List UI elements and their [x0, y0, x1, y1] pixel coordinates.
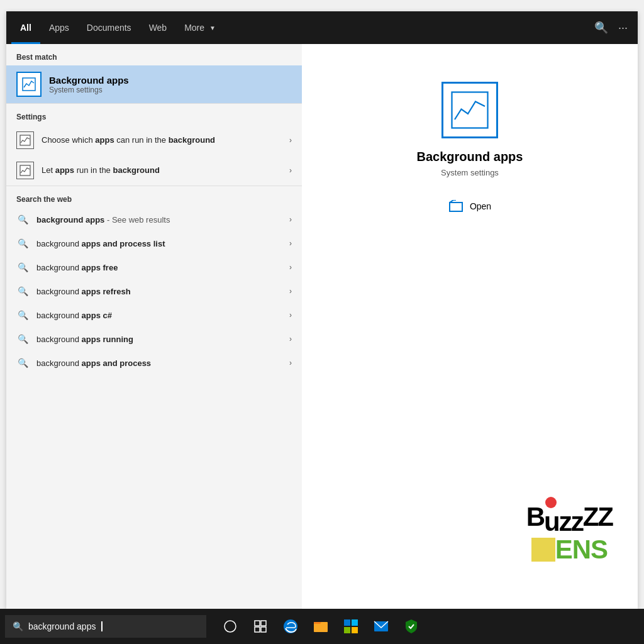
web-search-icon-2: 🔍 — [16, 237, 29, 250]
web-search-icon-5: 🔍 — [16, 309, 29, 321]
taskview-icon[interactable] — [216, 613, 244, 640]
search-person-icon[interactable]: 🔍 — [594, 21, 608, 35]
widgets-svg — [253, 619, 267, 633]
tab-bar: All Apps Documents Web More ▼ 🔍 ··· — [6, 11, 638, 44]
web-search-icon-7: 🔍 — [16, 357, 29, 369]
tab-documents[interactable]: Documents — [78, 11, 140, 44]
lens-label: ENS — [555, 535, 608, 565]
file-explorer-svg — [313, 618, 329, 635]
svg-rect-7 — [261, 621, 266, 626]
web-item-text-5: background apps c# — [36, 311, 282, 320]
buzzlens-yellow-square — [531, 538, 555, 562]
background-apps-large-icon — [451, 91, 489, 129]
web-item-text-6: background apps running — [36, 335, 282, 344]
web-item-text-3: background apps free — [36, 263, 282, 272]
chevron-icon-2: › — [289, 166, 292, 175]
detail-app-icon — [441, 82, 498, 138]
taskbar-search-text: background apps — [28, 621, 96, 631]
buzzlens-logo-bottom: ENS — [531, 535, 608, 565]
settings-item-2[interactable]: Let apps run in the background › — [6, 155, 302, 186]
buzz-uzz: uzz — [544, 507, 583, 537]
open-label: Open — [470, 201, 491, 211]
best-match-label: Best match — [6, 44, 302, 65]
chevron-down-icon: ▼ — [209, 25, 216, 31]
settings-app-icon-1 — [19, 135, 31, 146]
edge-svg — [282, 618, 299, 635]
svg-rect-6 — [255, 621, 260, 626]
taskbar-icons — [216, 613, 425, 640]
chevron-web-5: › — [289, 311, 292, 319]
web-item-6[interactable]: 🔍 background apps running › — [6, 327, 302, 351]
web-item-1[interactable]: 🔍 background apps - See web results › — [6, 208, 302, 231]
tab-more[interactable]: More ▼ — [175, 11, 225, 44]
web-item-3[interactable]: 🔍 background apps free › — [6, 255, 302, 279]
svg-rect-14 — [344, 627, 350, 633]
settings-item-icon-2 — [16, 162, 34, 179]
web-search-icon-6: 🔍 — [16, 333, 29, 345]
svg-point-5 — [225, 621, 236, 632]
buzz-zz: ZZ — [583, 502, 613, 532]
detail-title: Background apps — [417, 150, 523, 164]
settings-item-icon-1 — [16, 131, 34, 149]
web-item-4[interactable]: 🔍 background apps refresh › — [6, 279, 302, 303]
left-panel: Best match Background apps System settin… — [6, 44, 302, 609]
svg-rect-4 — [450, 203, 462, 211]
web-search-icon-4: 🔍 — [16, 285, 29, 297]
tab-web[interactable]: Web — [140, 11, 176, 44]
store-icon[interactable] — [337, 613, 365, 640]
web-item-5[interactable]: 🔍 background apps c# › — [6, 303, 302, 327]
web-item-text-2: background apps and process list — [36, 239, 282, 248]
settings-label: Settings — [6, 104, 302, 125]
right-panel: Background apps System settings Open — [302, 44, 638, 609]
svg-rect-15 — [352, 627, 358, 633]
tab-apps[interactable]: Apps — [40, 11, 78, 44]
more-options-icon[interactable]: ··· — [618, 21, 628, 35]
open-window-icon — [448, 200, 464, 213]
web-search-icon-1: 🔍 — [16, 213, 29, 226]
taskbar-search[interactable]: 🔍 background apps — [5, 615, 206, 638]
edge-icon[interactable] — [277, 613, 304, 640]
chevron-web-6: › — [289, 335, 292, 343]
best-match-text: Background apps System settings — [49, 75, 129, 94]
svg-rect-13 — [352, 619, 358, 626]
buzzlens-logo-top: B uzz ZZ — [526, 502, 613, 537]
svg-rect-0 — [23, 78, 35, 91]
best-match-subtitle: System settings — [49, 86, 129, 94]
buzz-b: B — [526, 502, 544, 532]
tab-all[interactable]: All — [11, 11, 40, 44]
settings-app-icon-2 — [19, 165, 31, 176]
settings-item-text-2: Let apps run in the background — [42, 165, 282, 176]
chevron-web-2: › — [289, 239, 292, 248]
taskview-svg — [223, 619, 237, 633]
svg-rect-8 — [255, 627, 260, 632]
chevron-web-3: › — [289, 263, 292, 272]
background-apps-icon-small — [22, 77, 36, 91]
best-match-app-icon — [16, 72, 42, 97]
widgets-icon[interactable] — [247, 613, 274, 640]
content-area: Best match Background apps System settin… — [6, 44, 638, 609]
open-button[interactable]: Open — [441, 196, 499, 216]
security-icon[interactable] — [397, 613, 425, 640]
outer-wrapper: All Apps Documents Web More ▼ 🔍 ··· — [0, 0, 644, 644]
settings-item-1[interactable]: Choose which apps can run in the backgro… — [6, 125, 302, 155]
buzzlens-logo: B uzz ZZ ENS — [526, 502, 613, 565]
detail-subtitle: System settings — [441, 168, 499, 177]
web-item-text-1: background apps - See web results — [36, 215, 282, 225]
web-item-7[interactable]: 🔍 background apps and process › — [6, 351, 302, 375]
mail-icon[interactable] — [367, 613, 395, 640]
web-item-text-4: background apps refresh — [36, 287, 282, 296]
chevron-web-7: › — [289, 358, 292, 367]
taskbar-search-icon: 🔍 — [13, 621, 23, 631]
search-window: All Apps Documents Web More ▼ 🔍 ··· — [6, 11, 638, 609]
best-match-title: Background apps — [49, 75, 129, 86]
store-svg — [343, 618, 359, 635]
web-item-2[interactable]: 🔍 background apps and process list › — [6, 231, 302, 255]
settings-item-text-1: Choose which apps can run in the backgro… — [42, 135, 282, 146]
file-explorer-icon[interactable] — [307, 613, 335, 640]
buzzlens-red-dot — [545, 497, 557, 508]
chevron-web-1: › — [289, 215, 292, 224]
taskbar: 🔍 background apps — [0, 609, 644, 644]
best-match-item[interactable]: Background apps System settings — [6, 65, 302, 103]
security-svg — [403, 618, 419, 635]
svg-rect-9 — [261, 627, 266, 632]
